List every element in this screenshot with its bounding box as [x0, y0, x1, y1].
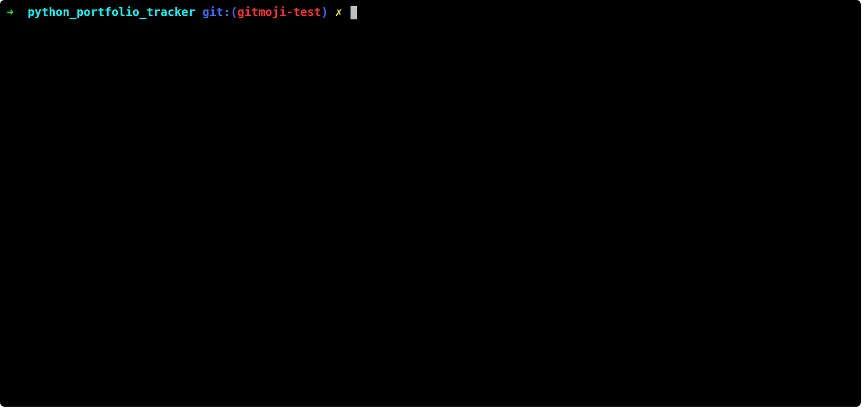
prompt-cwd: python_portfolio_tracker: [28, 4, 195, 20]
prompt-line[interactable]: ➜ python_portfolio_tracker git:(gitmoji-…: [7, 4, 854, 20]
spacer: [14, 4, 28, 20]
terminal-cursor: [351, 6, 357, 19]
prompt-git-label: git:: [202, 4, 231, 20]
prompt-git-branch: gitmoji-test: [237, 4, 321, 20]
spacer: [328, 4, 336, 20]
spacer: [195, 4, 202, 20]
prompt-git-paren-open: (: [231, 4, 238, 20]
terminal-window[interactable]: ➜ python_portfolio_tracker git:(gitmoji-…: [0, 0, 861, 407]
spacer: [342, 4, 349, 20]
prompt-dirty-marker-icon: ✗: [335, 4, 342, 20]
prompt-arrow-icon: ➜: [7, 4, 14, 20]
prompt-git-paren-close: ): [321, 4, 328, 20]
